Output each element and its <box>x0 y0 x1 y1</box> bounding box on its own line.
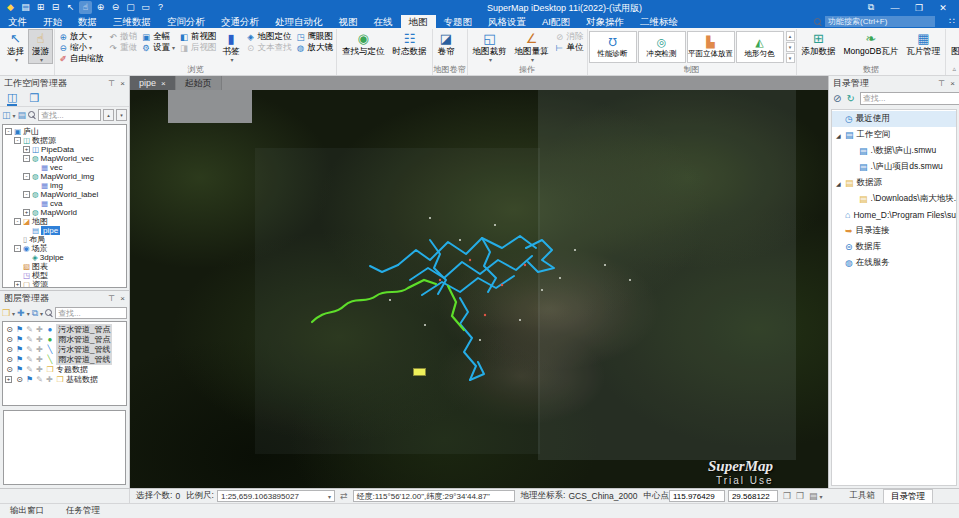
ribbon-button[interactable]: ❧MongoDB瓦片 <box>840 29 903 64</box>
collapse-icon[interactable]: - <box>23 155 30 162</box>
tree-row[interactable]: +◫PipeData <box>5 145 126 154</box>
function-search-input[interactable] <box>825 16 935 27</box>
import-icon[interactable]: ▤ <box>18 110 27 120</box>
document-tab-pipe[interactable]: pipe× <box>130 76 176 90</box>
gallery-button[interactable]: ◭地形匀色 <box>736 31 784 63</box>
datasource-view-icon[interactable]: ❒ <box>29 92 39 105</box>
ribbon-button[interactable]: ◱地图裁剪▾ <box>469 29 511 64</box>
ribbon-button[interactable]: ▮书签▾ <box>219 29 244 64</box>
gallery-button[interactable]: ▙平面立体放置 <box>687 31 735 63</box>
close-icon[interactable]: × <box>120 294 125 303</box>
gallery-button[interactable]: ℧性能诊断 <box>589 31 637 63</box>
tree-row[interactable]: ▯布局 <box>5 235 126 244</box>
close-icon[interactable]: ✕ <box>931 3 955 13</box>
tree-row[interactable]: -◍MapWorld_label <box>5 190 126 199</box>
save-icon[interactable]: ⊟ <box>49 1 62 14</box>
tree-row[interactable]: ▧图表 <box>5 262 126 271</box>
ribbon-tab-12[interactable]: AI配图 <box>534 15 578 28</box>
tree-row[interactable]: ◳模型 <box>5 271 126 280</box>
ribbon-button[interactable]: ◍放大镜 <box>294 42 336 53</box>
new-doc-icon[interactable]: ▤ <box>19 1 32 14</box>
ribbon-button[interactable]: ↶撤销 <box>106 31 139 42</box>
tree-row[interactable]: -◫数据源 <box>5 136 126 145</box>
ribbon-tab-6[interactable]: 处理自动化 <box>267 15 331 28</box>
workspace-search-input[interactable] <box>38 109 101 121</box>
refresh-icon[interactable]: ↻ <box>846 93 854 104</box>
catalog-row[interactable]: ◢▤工作空间 <box>832 127 956 143</box>
folder-icon[interactable]: ▭ <box>139 1 152 14</box>
tree-row[interactable]: +▢资源 <box>5 280 126 288</box>
catalog-row[interactable]: ➥目录连接 <box>832 223 956 239</box>
ribbon-button[interactable]: ∠地图量算▾ <box>511 29 553 64</box>
help-icon[interactable]: ? <box>154 1 167 14</box>
layout-grid-icon[interactable]: ∷ <box>949 16 955 26</box>
document-tab-起始页[interactable]: 起始页 <box>176 76 222 90</box>
layer-row[interactable]: ⊙⚑✎✚❒专题数据 <box>5 364 125 374</box>
layer-row[interactable]: +⊙⚑✎✚❒基础数据 <box>5 374 125 384</box>
map-canvas[interactable]: SuperMap Trial Use <box>130 90 828 488</box>
ribbon-tab-11[interactable]: 风格设置 <box>480 15 534 28</box>
more-icon[interactable]: ▤▾ <box>809 491 823 501</box>
close-icon[interactable]: × <box>120 79 125 88</box>
ribbon-button[interactable]: ◈地图定位 <box>244 31 294 42</box>
pan-icon[interactable]: ☝ <box>79 1 92 14</box>
catalog-row[interactable]: ▤.\Downloads\南大地块.dxf <box>832 191 956 207</box>
ribbon-tab-2[interactable]: 数据 <box>70 15 105 28</box>
dock-tab-0[interactable]: 工具箱 <box>843 489 883 503</box>
trash-icon[interactable]: ⊘ <box>833 93 841 104</box>
add-layer-icon[interactable]: ✚▾ <box>17 308 30 318</box>
collapse-icon[interactable]: ◢ <box>836 180 845 187</box>
ribbon-button[interactable]: ⧉图层属性 <box>947 29 959 64</box>
ribbon-button[interactable]: ⊕放大▾ <box>56 31 106 42</box>
workspace-switch-icon[interactable]: ◫▾ <box>2 110 16 120</box>
minimize-icon[interactable]: — <box>883 3 907 13</box>
expand-icon[interactable]: + <box>14 281 21 288</box>
tree-row[interactable]: ▦cva <box>5 199 126 208</box>
tree-row[interactable]: -▣庐山 <box>5 127 126 136</box>
layer-row[interactable]: ⊙⚑✎✚╲污水管道_管线 <box>5 344 125 354</box>
catalog-row[interactable]: ◷最近使用 <box>832 111 956 127</box>
layer-style-icon[interactable]: ⧉▾ <box>32 308 43 319</box>
extent-icon[interactable]: ▢ <box>124 1 137 14</box>
ribbon-button[interactable]: ⚙设置▾ <box>139 42 177 53</box>
expand-icon[interactable]: + <box>23 146 30 153</box>
gallery-scroll-button[interactable]: ▾ <box>786 53 795 63</box>
ribbon-button[interactable]: ▣全幅 <box>139 31 177 42</box>
ribbon-tab-7[interactable]: 视图 <box>331 15 366 28</box>
zoomout-icon[interactable]: ⊖ <box>109 1 122 14</box>
ribbon-tab-10[interactable]: 专题图 <box>436 15 481 28</box>
tree-row[interactable]: ▤pipe <box>5 226 126 235</box>
collapse-icon[interactable]: - <box>14 218 21 225</box>
layer-row[interactable]: ⊙⚑✎✚╲雨水管道_管线 <box>5 354 125 364</box>
collapse-icon[interactable]: - <box>14 137 21 144</box>
tree-row[interactable]: ◈3dpipe <box>5 253 126 262</box>
bottom-tab-0[interactable]: 输出窗口 <box>10 505 44 517</box>
ribbon-tab-8[interactable]: 在线 <box>366 15 401 28</box>
layer-row[interactable]: ⊙⚑✎✚●雨水管道_管点 <box>5 334 125 344</box>
expand-icon[interactable]: + <box>5 376 12 383</box>
collapse-icon[interactable]: ◢ <box>836 132 845 139</box>
ribbon-tab-0[interactable]: 文件 <box>0 15 35 28</box>
ribbon-button[interactable]: ☝漫游▾ <box>28 29 53 64</box>
catalog-row[interactable]: ◍在线服务 <box>832 255 956 271</box>
select-icon[interactable]: ↖ <box>64 1 77 14</box>
copy-icon[interactable]: ❐ <box>783 491 791 501</box>
pin-icon[interactable]: ⊤ <box>938 79 945 88</box>
pin-icon[interactable]: ⊤ <box>108 79 115 88</box>
ribbon-button[interactable]: ⊢单位 <box>553 42 586 53</box>
close-icon[interactable]: × <box>161 79 166 88</box>
catalog-row[interactable]: ⊜数据库 <box>832 239 956 255</box>
tree-row[interactable]: -◉场景 <box>5 244 126 253</box>
collapse-icon[interactable]: - <box>5 128 12 135</box>
scale-combo[interactable]: 1:25,659.1063895027▾ <box>217 490 335 502</box>
layer-search-input[interactable] <box>55 307 127 319</box>
ribbon-tab-9[interactable]: 地图 <box>401 15 436 28</box>
catalog-row[interactable]: ▤.\数据\庐山.smwu <box>832 143 956 159</box>
layer-row[interactable]: ⊙⚑✎✚●污水管道_管点 <box>5 324 125 334</box>
collapse-icon[interactable]: - <box>14 245 21 252</box>
gallery-button[interactable]: ◎冲突检测 <box>638 31 686 63</box>
ribbon-button[interactable]: ◪卷帘 <box>434 29 459 64</box>
tree-row[interactable]: -◍MapWorld_vec <box>5 154 126 163</box>
expand-icon[interactable]: + <box>23 209 30 216</box>
catalog-search-input[interactable] <box>861 93 959 104</box>
